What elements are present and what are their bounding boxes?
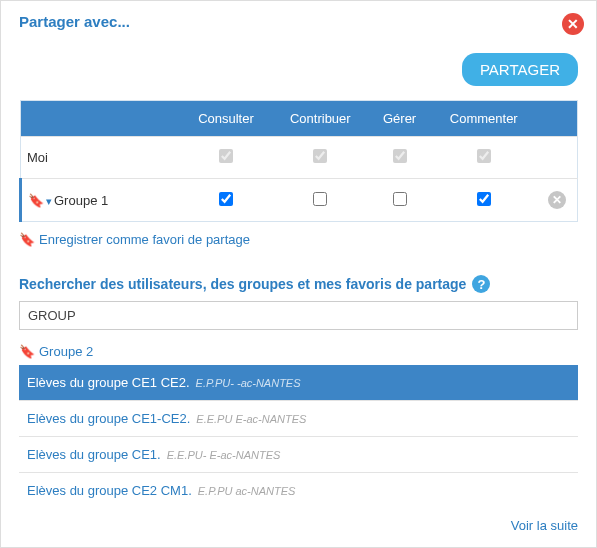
modal-header: Partager avec... ✕ [19,13,578,35]
share-button[interactable]: PARTAGER [462,53,578,86]
remove-group1-icon[interactable]: ✕ [548,191,566,209]
result-item[interactable]: Elèves du groupe CE1 CE2. E.P.PU- -ac-NA… [19,365,578,400]
see-more-link[interactable]: Voir la suite [19,518,578,533]
share-modal: Partager avec... ✕ PARTAGER Consulter Co… [0,0,597,548]
col-contribute: Contribuer [271,101,369,137]
result-item[interactable]: Elèves du groupe CE1-CE2. E.E.PU E-ac-NA… [19,400,578,436]
col-remove [538,101,578,137]
modal-title: Partager avec... [19,13,130,30]
result-name: Elèves du groupe CE2 CM1. [27,483,192,498]
result-detail: E.E.PU E-ac-NANTES [196,413,306,425]
group1-consult-checkbox[interactable] [219,192,233,206]
row-group1: 🔖▾Groupe 1 ✕ [21,179,578,222]
search-label-text: Rechercher des utilisateurs, des groupes… [19,276,466,292]
share-button-row: PARTAGER [19,53,578,86]
col-consult: Consulter [181,101,272,137]
group1-contribute-checkbox[interactable] [313,192,327,206]
result-name: Elèves du groupe CE1-CE2. [27,411,190,426]
me-manage-checkbox [393,149,407,163]
group1-manage-checkbox[interactable] [393,192,407,206]
col-name [21,101,181,137]
row-group1-label: 🔖▾Groupe 1 [21,179,181,222]
bookmark-icon: 🔖 [19,232,35,247]
search-section-label: Rechercher des utilisateurs, des groupes… [19,275,578,293]
me-consult-checkbox [219,149,233,163]
result-item[interactable]: Elèves du groupe CE1. E.E.PU- E-ac-NANTE… [19,436,578,472]
row-me-label: Moi [21,137,181,179]
result-detail: E.P.PU- -ac-NANTES [196,377,301,389]
save-favorite-link[interactable]: 🔖 Enregistrer comme favori de partage [19,232,250,247]
close-icon[interactable]: ✕ [562,13,584,35]
save-favorite-label: Enregistrer comme favori de partage [39,232,250,247]
result-item[interactable]: Elèves du groupe CE2 CM1. E.P.PU ac-NANT… [19,472,578,508]
result-detail: E.P.PU ac-NANTES [198,485,296,497]
col-comment: Commenter [430,101,538,137]
col-manage: Gérer [369,101,430,137]
row-me: Moi [21,137,578,179]
permissions-table: Consulter Contribuer Gérer Commenter Moi… [19,100,578,222]
permissions-header-row: Consulter Contribuer Gérer Commenter [21,101,578,137]
search-input[interactable] [19,301,578,330]
search-results: Elèves du groupe CE1 CE2. E.P.PU- -ac-NA… [19,365,578,508]
favorite-group-label: Groupe 2 [39,344,93,359]
chevron-down-icon[interactable]: ▾ [46,195,52,207]
result-name: Elèves du groupe CE1. [27,447,161,462]
group1-name: Groupe 1 [54,193,108,208]
group1-comment-checkbox[interactable] [477,192,491,206]
bookmark-icon: 🔖 [19,344,35,359]
help-icon[interactable]: ? [472,275,490,293]
result-detail: E.E.PU- E-ac-NANTES [167,449,281,461]
me-contribute-checkbox [313,149,327,163]
me-comment-checkbox [477,149,491,163]
bookmark-icon: 🔖 [28,193,44,208]
result-name: Elèves du groupe CE1 CE2. [27,375,190,390]
favorite-group-link[interactable]: 🔖 Groupe 2 [19,344,93,359]
